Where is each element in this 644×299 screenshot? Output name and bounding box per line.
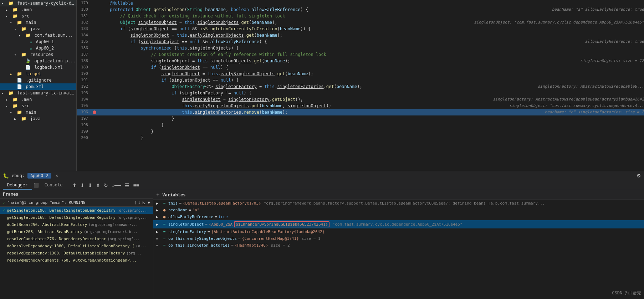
sidebar-item-fast-summary-cyclic[interactable]: ▾ 📁 fast-summary-cyclic-de... xyxy=(0,0,76,6)
sidebar-item-mvn2[interactable]: ▶ 📁 .mvn xyxy=(0,96,76,103)
file-icon: 📄 xyxy=(17,78,22,83)
settings-button[interactable]: ⚙ xyxy=(637,173,641,179)
sidebar-item-logback[interactable]: 📄 logback.xml xyxy=(0,64,76,71)
thread-up-button[interactable]: ↑ xyxy=(134,200,137,205)
frame-item-5[interactable]: ✓ doResolveDependency:1380, DefaultLista… xyxy=(0,242,153,249)
drop-frame-button[interactable]: ↓⟶ xyxy=(110,182,123,189)
java-file-icon: ☕ xyxy=(30,39,32,44)
code-line-182: 182 Object singletonObject = this.single… xyxy=(77,19,644,26)
var-item-earlySingletonObjects[interactable]: ∞ = oo this.earlySingletonObjects = {Con… xyxy=(153,235,644,242)
sidebar-item-java1[interactable]: ▾ 📁 java xyxy=(0,26,76,32)
sidebar-item-application[interactable]: 🍃 application.p... xyxy=(0,58,76,64)
line-content-186: synchronized (this.singletonObjects) { xyxy=(98,45,644,51)
var-expand-icon[interactable]: ▶ xyxy=(156,208,160,212)
var-item-this[interactable]: ▶ = this = {DefaultListableBeanFactory@1… xyxy=(153,200,644,207)
frame-item-4[interactable]: ✓ resolveCandidate:276, DependencyDescri… xyxy=(0,235,153,242)
frame-icon: ✓ xyxy=(3,222,5,227)
line-num-190: 190 xyxy=(77,71,91,77)
var-name-label: singletonObject xyxy=(168,222,204,227)
sidebar-item-pom[interactable]: 📄 pom.xml xyxy=(0,83,76,90)
add-variable-button[interactable]: + xyxy=(156,192,159,198)
sidebar-item-mvn1[interactable]: ▶ 📁 .mvn xyxy=(0,6,76,13)
code-content[interactable]: 179 @Nullable 180 protected Object getSi… xyxy=(77,0,644,168)
folder-icon: 📁 xyxy=(17,20,22,25)
var-type-icon: = xyxy=(162,222,167,227)
var-item-beanName[interactable]: ▶ ● beanName = "a" xyxy=(153,207,644,213)
var-name-label: this xyxy=(168,201,178,206)
code-line-188: 188 singletonObject = this.singletonObje… xyxy=(77,58,644,64)
sidebar-item-target[interactable]: ▶ 📁 target xyxy=(0,71,76,77)
line-content-180: protected Object getSingleton(String bea… xyxy=(98,6,545,13)
folder-icon: 📁 xyxy=(12,103,18,108)
line-num-182: 182 xyxy=(77,19,91,26)
expand-arrow: ▾ xyxy=(6,104,10,108)
code-line-186: 186 synchronized (this.singletonObjects)… xyxy=(77,45,644,51)
thread-filter-button[interactable]: ⊾ xyxy=(142,200,146,205)
sidebar-item-label: App60_2 xyxy=(36,46,54,51)
var-item-allowEarlyReference[interactable]: ▶ ● allowEarlyReference = true xyxy=(153,213,644,220)
gutter-191 xyxy=(91,77,98,83)
sidebar-item-app60-1[interactable]: ☕ App60_1 xyxy=(0,38,76,45)
var-item-singletonObject[interactable]: ▶ = singletonObject = {App60_2$A$$Enhanc… xyxy=(153,220,644,228)
breakpoint-196[interactable] xyxy=(93,110,96,114)
var-expand-icon[interactable]: ▶ xyxy=(156,201,160,205)
frame-info-label: (o... xyxy=(136,244,147,248)
gutter-182 xyxy=(91,19,98,26)
step-over-button[interactable]: ⬆ xyxy=(71,182,78,189)
tab-console[interactable]: Console xyxy=(40,181,67,190)
var-expand-icon[interactable]: ∞ xyxy=(156,237,160,241)
sidebar-item-label: .gitignore xyxy=(26,78,51,83)
frame-item-0[interactable]: ✓ getSingleton:196, DefaultSingletonBean… xyxy=(0,207,153,214)
var-item-singletonFactories[interactable]: ∞ = oo this.singletonFactories = {HashMa… xyxy=(153,242,644,249)
sidebar-item-fast-summary-tx[interactable]: ▾ 📁 fast-summary-tx-invali... xyxy=(0,90,76,96)
frame-item-7[interactable]: ✓ resolveMethodArguments:760, AutowiredA… xyxy=(0,257,153,264)
var-expand-icon[interactable]: ∞ xyxy=(156,243,160,247)
var-eq-label: = xyxy=(205,222,208,227)
var-comment-label: size = 2 xyxy=(271,243,290,248)
gutter-195 xyxy=(91,103,98,109)
sidebar-item-java2[interactable]: ▶ 📁 java xyxy=(0,115,76,122)
sidebar-item-resources[interactable]: ▾ 📁 resources xyxy=(0,51,76,58)
sidebar-item-main2[interactable]: ▾ 📁 main xyxy=(0,109,76,115)
line-hint-185: allowEarlyReference: true xyxy=(585,38,644,45)
step-into-button[interactable]: ⬇ xyxy=(79,182,86,189)
restore-layout-button[interactable]: ☰ xyxy=(123,182,131,189)
sidebar-item-com-fast[interactable]: ▾ 📁 com.fast.sum... xyxy=(0,32,76,38)
frame-item-6[interactable]: ✓ resolveDependency:1300, DefaultListabl… xyxy=(0,249,153,257)
debug-options-button[interactable]: ≡≡ xyxy=(132,182,140,189)
sidebar-item-src2[interactable]: ▾ 📁 src xyxy=(0,103,76,109)
run-to-cursor-button[interactable]: ⬆ xyxy=(94,182,102,189)
sidebar-item-gitignore[interactable]: 📄 .gitignore xyxy=(0,77,76,83)
code-line-192: 192 ObjectFactory<?> singletonFactory = … xyxy=(77,83,644,90)
frame-info-label: (org.springframework... xyxy=(88,223,138,227)
line-num-189: 189 xyxy=(77,64,91,71)
frame-method-label: resolveCandidate:276, DependencyDescript… xyxy=(7,237,106,241)
thread-more-button[interactable]: ▾ xyxy=(148,200,150,205)
tab-debugger[interactable]: Debugger xyxy=(3,181,32,190)
xml-file-icon: 📄 xyxy=(25,65,31,70)
var-expand-icon[interactable]: ▶ xyxy=(156,230,160,234)
var-item-singletonFactory[interactable]: ▶ = singletonFactory = {AbstractAutowire… xyxy=(153,228,644,235)
frame-item-1[interactable]: ✓ getSingleton:168, DefaultSingletonBean… xyxy=(0,214,153,221)
code-editor: 179 @Nullable 180 protected Object getSi… xyxy=(77,0,644,171)
var-eq-label: = xyxy=(189,208,191,212)
step-out-button[interactable]: ⬇ xyxy=(87,182,94,189)
thread-down-button[interactable]: ↓ xyxy=(138,200,140,205)
line-num-192: 192 xyxy=(77,83,91,90)
var-expand-icon[interactable]: ▶ xyxy=(156,215,160,219)
sidebar-item-label: src xyxy=(21,103,29,108)
sidebar-item-main1[interactable]: ▾ 📁 main xyxy=(0,19,76,26)
var-expand-icon[interactable]: ▶ xyxy=(156,222,160,226)
frame-item-2[interactable]: ✓ doGetBean:256, AbstractBeanFactory (or… xyxy=(0,221,153,228)
debug-session-close[interactable]: × xyxy=(56,173,58,178)
evaluate-button[interactable]: ↻ xyxy=(102,182,109,189)
frame-item-3[interactable]: ✓ getBean:208, AbstractBeanFactory (org.… xyxy=(0,228,153,235)
code-line-200: 200 } xyxy=(77,135,644,141)
expand-arrow: ▾ xyxy=(14,27,19,31)
sidebar-item-src1[interactable]: ▾ 📁 src xyxy=(0,13,76,19)
code-line-194: 194 singletonObject = singletonFactory.g… xyxy=(77,96,644,103)
sidebar-item-app60-2[interactable]: ☕ App60_2 xyxy=(0,45,76,51)
gutter-194 xyxy=(91,96,98,103)
horizontal-scrollbar[interactable] xyxy=(77,168,644,171)
debug-panel: 🐛 ebug: App60_2 × ⚙ Debugger ⬛ Console ⬆… xyxy=(0,171,644,299)
